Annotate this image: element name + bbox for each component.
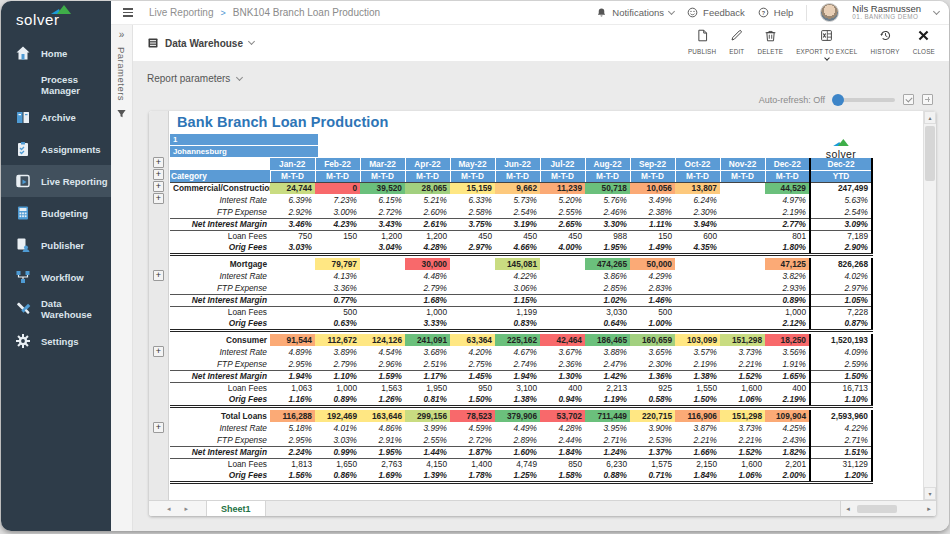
report-parameters-toggle[interactable]: Report parameters bbox=[147, 73, 242, 84]
value-cell: 63,364 bbox=[450, 334, 495, 346]
expand-group-button[interactable]: + bbox=[153, 422, 164, 433]
publish-button[interactable]: PUBLISH bbox=[688, 26, 716, 55]
value-cell: 400 bbox=[765, 382, 810, 394]
expand-group-button[interactable]: + bbox=[153, 169, 164, 180]
parameters-panel-label[interactable]: Parameters bbox=[116, 47, 127, 101]
expand-group-button[interactable]: + bbox=[153, 181, 164, 192]
help-button[interactable]: ? Help bbox=[758, 7, 794, 18]
user-block[interactable]: Nils Rasmussen 01. Banking Demo bbox=[852, 4, 921, 21]
value-cell: 4.97% bbox=[765, 194, 810, 206]
row-label: Consumer bbox=[170, 334, 270, 346]
sidebar-item-process-manager[interactable]: Process Manager bbox=[1, 69, 111, 101]
breadcrumb-section[interactable]: Live Reporting bbox=[149, 7, 213, 18]
row-label: FTP Expense bbox=[170, 358, 270, 370]
expand-group-button[interactable]: + bbox=[153, 346, 164, 357]
scroll-up-icon[interactable]: ▴ bbox=[924, 111, 936, 124]
value-cell: 1.50% bbox=[450, 394, 495, 406]
value-cell: 5.20% bbox=[540, 194, 585, 206]
sidebar-nav: HomeProcess ManagerArchiveAssignmentsLiv… bbox=[1, 37, 111, 357]
value-cell bbox=[450, 282, 495, 294]
value-cell: 4.28% bbox=[405, 242, 450, 254]
data-source-chevron-icon bbox=[248, 38, 255, 45]
slider-knob[interactable] bbox=[832, 94, 844, 106]
sidebar-item-workflow[interactable]: Workflow bbox=[1, 261, 111, 293]
scroll-down-icon[interactable]: ▾ bbox=[924, 487, 936, 500]
grid-view-icon[interactable] bbox=[922, 94, 933, 105]
value-cell: 4.13% bbox=[315, 270, 360, 282]
value-cell: 1,063 bbox=[270, 382, 315, 394]
value-cell: 2.51% bbox=[405, 358, 450, 370]
month-header: Dec-22 bbox=[765, 158, 810, 170]
value-cell: 150 bbox=[630, 230, 675, 242]
sidebar-item-data-warehouse[interactable]: Data Warehouse bbox=[1, 293, 111, 325]
value-cell bbox=[720, 194, 765, 206]
value-cell: 2.44% bbox=[540, 434, 585, 446]
tab-sheet1[interactable]: Sheet1 bbox=[207, 501, 266, 516]
sidebar-item-live-reporting[interactable]: Live Reporting bbox=[1, 165, 111, 197]
value-cell: 6.15% bbox=[360, 194, 405, 206]
sidebar-item-home[interactable]: Home bbox=[1, 37, 111, 69]
archive-icon bbox=[14, 109, 31, 126]
value-cell: 6,230 bbox=[585, 458, 630, 470]
expand-group-button[interactable]: + bbox=[153, 157, 164, 168]
value-cell: 1.38% bbox=[675, 370, 720, 382]
sidebar-item-assignments[interactable]: Assignments bbox=[1, 133, 111, 165]
value-cell bbox=[675, 258, 720, 270]
edit-button[interactable]: EDIT bbox=[729, 26, 744, 55]
expand-group-button[interactable]: + bbox=[153, 270, 164, 281]
value-cell: 1.68% bbox=[405, 294, 450, 306]
sidebar-item-publisher[interactable]: Publisher bbox=[1, 229, 111, 261]
sidebar-item-archive[interactable]: Archive bbox=[1, 101, 111, 133]
refresh-settings-icon[interactable] bbox=[903, 94, 914, 105]
value-cell: 4.29% bbox=[630, 270, 675, 282]
value-cell: 3.19% bbox=[495, 218, 540, 230]
feedback-button[interactable]: Feedback bbox=[687, 7, 745, 18]
data-source-selector[interactable]: Data Warehouse bbox=[147, 37, 254, 49]
notifications-menu[interactable]: Notifications bbox=[596, 7, 674, 18]
auto-refresh-slider[interactable] bbox=[833, 98, 895, 102]
value-cell: 2.46% bbox=[585, 206, 630, 218]
sidebar-item-label: Budgeting bbox=[41, 208, 88, 219]
user-avatar[interactable] bbox=[820, 3, 839, 22]
export-to-excel-button[interactable]: EXPORT TO EXCEL bbox=[796, 26, 857, 60]
value-cell bbox=[540, 294, 585, 306]
value-cell: 78,523 bbox=[450, 410, 495, 422]
toolbar-action-label: HISTORY bbox=[870, 48, 899, 55]
horizontal-scrollbar[interactable]: ◂ ▸ bbox=[840, 501, 936, 516]
scroll-right-icon[interactable]: ▸ bbox=[922, 505, 936, 513]
close-button[interactable]: CLOSE bbox=[913, 26, 935, 55]
vertical-scrollbar[interactable]: ▴ ▾ bbox=[923, 111, 936, 500]
delete-button[interactable]: DELETE bbox=[757, 26, 783, 55]
sidebar-item-budgeting[interactable]: Budgeting bbox=[1, 197, 111, 229]
value-cell bbox=[720, 230, 765, 242]
value-cell: 1.58% bbox=[540, 470, 585, 482]
database-icon bbox=[147, 37, 159, 49]
ytd-value-cell: 2.97% bbox=[810, 282, 872, 294]
scroll-left-icon[interactable]: ◂ bbox=[841, 505, 855, 513]
value-cell: 1,600 bbox=[720, 382, 765, 394]
horizontal-scroll-thumb[interactable] bbox=[857, 505, 897, 513]
history-button[interactable]: HISTORY bbox=[870, 26, 899, 55]
vertical-scroll-thumb[interactable] bbox=[925, 126, 935, 181]
value-cell bbox=[720, 306, 765, 318]
expand-group-button[interactable]: + bbox=[153, 193, 164, 204]
sidebar-item-label: Process Manager bbox=[41, 74, 111, 96]
user-menu-chevron-icon[interactable] bbox=[933, 7, 940, 14]
ytd-header: YTD bbox=[810, 170, 872, 182]
value-cell bbox=[270, 270, 315, 282]
value-cell: 3.73% bbox=[720, 422, 765, 434]
value-cell: 2.93% bbox=[765, 282, 810, 294]
expand-parameters-icon[interactable]: » bbox=[119, 30, 125, 40]
value-cell: 2.83% bbox=[630, 282, 675, 294]
next-sheet-icon[interactable]: ▸ bbox=[185, 505, 189, 513]
prev-sheet-icon[interactable]: ◂ bbox=[167, 505, 171, 513]
hamburger-menu-icon[interactable] bbox=[123, 8, 133, 16]
value-cell: 2.38% bbox=[630, 206, 675, 218]
filter-icon[interactable] bbox=[116, 108, 127, 119]
mtd-header: M-T-D bbox=[630, 170, 675, 182]
month-header: Sep-22 bbox=[630, 158, 675, 170]
value-cell: 0.89% bbox=[765, 294, 810, 306]
sidebar-item-settings[interactable]: Settings bbox=[1, 325, 111, 357]
ytd-value-cell: 3.09% bbox=[810, 218, 872, 230]
value-cell bbox=[360, 258, 405, 270]
